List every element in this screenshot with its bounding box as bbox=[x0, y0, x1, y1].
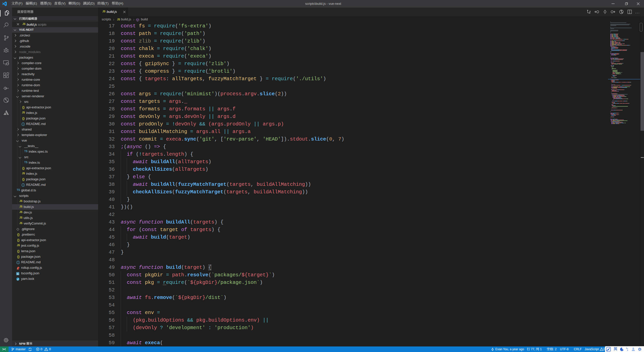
svg-text:ts: ts bbox=[17, 273, 18, 275]
